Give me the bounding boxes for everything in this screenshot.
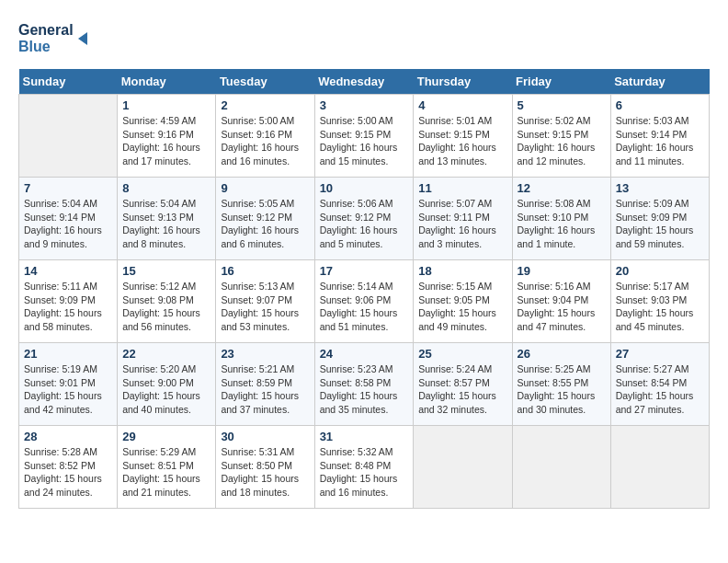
- calendar-week: 28Sunrise: 5:28 AM Sunset: 8:52 PM Dayli…: [19, 426, 710, 509]
- calendar-cell: 4Sunrise: 5:01 AM Sunset: 9:15 PM Daylig…: [414, 95, 512, 178]
- day-info: Sunrise: 5:28 AM Sunset: 8:52 PM Dayligh…: [24, 445, 112, 500]
- svg-marker-2: [78, 32, 87, 45]
- day-info: Sunrise: 5:29 AM Sunset: 8:51 PM Dayligh…: [122, 445, 210, 500]
- calendar-cell: 12Sunrise: 5:08 AM Sunset: 9:10 PM Dayli…: [512, 178, 610, 260]
- logo: GeneralBlue: [18, 18, 92, 60]
- day-number: 1: [122, 98, 210, 112]
- calendar-cell: 21Sunrise: 5:19 AM Sunset: 9:01 PM Dayli…: [19, 343, 118, 426]
- calendar-cell: [610, 426, 709, 509]
- day-number: 7: [24, 181, 112, 195]
- day-info: Sunrise: 5:04 AM Sunset: 9:14 PM Dayligh…: [24, 197, 112, 251]
- day-number: 18: [418, 264, 506, 278]
- day-info: Sunrise: 5:24 AM Sunset: 8:57 PM Dayligh…: [418, 362, 506, 417]
- calendar-cell: 2Sunrise: 5:00 AM Sunset: 9:16 PM Daylig…: [216, 95, 314, 178]
- day-number: 26: [518, 347, 606, 361]
- calendar-body: 1Sunrise: 4:59 AM Sunset: 9:16 PM Daylig…: [19, 95, 710, 509]
- calendar-cell: 6Sunrise: 5:03 AM Sunset: 9:14 PM Daylig…: [610, 95, 709, 178]
- calendar-cell: 28Sunrise: 5:28 AM Sunset: 8:52 PM Dayli…: [19, 426, 118, 509]
- calendar-cell: 23Sunrise: 5:21 AM Sunset: 8:59 PM Dayli…: [216, 343, 314, 426]
- calendar-cell: 15Sunrise: 5:12 AM Sunset: 9:08 PM Dayli…: [118, 260, 216, 343]
- day-number: 14: [24, 264, 112, 278]
- calendar-cell: 11Sunrise: 5:07 AM Sunset: 9:11 PM Dayli…: [414, 178, 512, 260]
- day-info: Sunrise: 5:12 AM Sunset: 9:08 PM Dayligh…: [122, 280, 210, 334]
- calendar-cell: 16Sunrise: 5:13 AM Sunset: 9:07 PM Dayli…: [216, 260, 314, 343]
- calendar-cell: 7Sunrise: 5:04 AM Sunset: 9:14 PM Daylig…: [19, 178, 118, 260]
- day-info: Sunrise: 5:17 AM Sunset: 9:03 PM Dayligh…: [616, 280, 704, 334]
- day-number: 4: [418, 98, 506, 112]
- calendar-cell: 17Sunrise: 5:14 AM Sunset: 9:06 PM Dayli…: [314, 260, 414, 343]
- day-number: 8: [122, 181, 210, 195]
- day-number: 10: [320, 181, 409, 195]
- day-number: 20: [616, 264, 704, 278]
- day-info: Sunrise: 5:32 AM Sunset: 8:48 PM Dayligh…: [320, 445, 409, 500]
- day-info: Sunrise: 5:03 AM Sunset: 9:14 PM Dayligh…: [616, 114, 704, 168]
- day-number: 30: [221, 430, 309, 443]
- header-day: Sunday: [19, 69, 118, 95]
- day-number: 31: [320, 430, 409, 443]
- day-info: Sunrise: 5:23 AM Sunset: 8:58 PM Dayligh…: [320, 362, 409, 417]
- day-number: 11: [418, 181, 506, 195]
- day-number: 23: [221, 347, 309, 361]
- header-day: Wednesday: [314, 69, 414, 95]
- svg-text:Blue: Blue: [18, 39, 51, 54]
- calendar-table: SundayMondayTuesdayWednesdayThursdayFrid…: [18, 69, 710, 509]
- day-number: 6: [616, 98, 704, 112]
- calendar-cell: 9Sunrise: 5:05 AM Sunset: 9:12 PM Daylig…: [216, 178, 314, 260]
- day-info: Sunrise: 5:05 AM Sunset: 9:12 PM Dayligh…: [221, 197, 309, 251]
- calendar-cell: [512, 426, 610, 509]
- calendar-cell: 29Sunrise: 5:29 AM Sunset: 8:51 PM Dayli…: [118, 426, 216, 509]
- day-info: Sunrise: 5:11 AM Sunset: 9:09 PM Dayligh…: [24, 280, 112, 334]
- day-info: Sunrise: 5:08 AM Sunset: 9:10 PM Dayligh…: [518, 197, 606, 251]
- day-number: 28: [24, 430, 112, 443]
- day-number: 17: [320, 264, 409, 278]
- calendar-cell: 5Sunrise: 5:02 AM Sunset: 9:15 PM Daylig…: [512, 95, 610, 178]
- header-day: Friday: [512, 69, 610, 95]
- calendar-cell: 13Sunrise: 5:09 AM Sunset: 9:09 PM Dayli…: [610, 178, 709, 260]
- day-number: 25: [418, 347, 506, 361]
- calendar-week: 14Sunrise: 5:11 AM Sunset: 9:09 PM Dayli…: [19, 260, 710, 343]
- day-number: 22: [122, 347, 210, 361]
- calendar-cell: 8Sunrise: 5:04 AM Sunset: 9:13 PM Daylig…: [118, 178, 216, 260]
- calendar-cell: 10Sunrise: 5:06 AM Sunset: 9:12 PM Dayli…: [314, 178, 414, 260]
- calendar-cell: 1Sunrise: 4:59 AM Sunset: 9:16 PM Daylig…: [118, 95, 216, 178]
- day-info: Sunrise: 5:20 AM Sunset: 9:00 PM Dayligh…: [122, 362, 210, 417]
- day-number: 27: [616, 347, 704, 361]
- calendar-cell: 20Sunrise: 5:17 AM Sunset: 9:03 PM Dayli…: [610, 260, 709, 343]
- header-day: Tuesday: [216, 69, 314, 95]
- day-number: 29: [122, 430, 210, 443]
- calendar-cell: 14Sunrise: 5:11 AM Sunset: 9:09 PM Dayli…: [19, 260, 118, 343]
- header: GeneralBlue: [18, 18, 710, 60]
- calendar-week: 1Sunrise: 4:59 AM Sunset: 9:16 PM Daylig…: [19, 95, 710, 178]
- day-info: Sunrise: 5:04 AM Sunset: 9:13 PM Dayligh…: [122, 197, 210, 251]
- day-info: Sunrise: 5:14 AM Sunset: 9:06 PM Dayligh…: [320, 280, 409, 334]
- calendar-cell: 27Sunrise: 5:27 AM Sunset: 8:54 PM Dayli…: [610, 343, 709, 426]
- day-info: Sunrise: 5:00 AM Sunset: 9:15 PM Dayligh…: [320, 114, 409, 168]
- header-day: Monday: [118, 69, 216, 95]
- day-info: Sunrise: 5:19 AM Sunset: 9:01 PM Dayligh…: [24, 362, 112, 417]
- day-number: 12: [518, 181, 606, 195]
- logo-svg: GeneralBlue: [18, 18, 92, 60]
- header-day: Thursday: [414, 69, 512, 95]
- day-number: 21: [24, 347, 112, 361]
- calendar-cell: 18Sunrise: 5:15 AM Sunset: 9:05 PM Dayli…: [414, 260, 512, 343]
- calendar-week: 7Sunrise: 5:04 AM Sunset: 9:14 PM Daylig…: [19, 178, 710, 260]
- day-info: Sunrise: 5:16 AM Sunset: 9:04 PM Dayligh…: [518, 280, 606, 334]
- day-info: Sunrise: 5:09 AM Sunset: 9:09 PM Dayligh…: [616, 197, 704, 251]
- day-info: Sunrise: 5:27 AM Sunset: 8:54 PM Dayligh…: [616, 362, 704, 417]
- day-info: Sunrise: 5:06 AM Sunset: 9:12 PM Dayligh…: [320, 197, 409, 251]
- calendar-week: 21Sunrise: 5:19 AM Sunset: 9:01 PM Dayli…: [19, 343, 710, 426]
- day-number: 15: [122, 264, 210, 278]
- day-number: 16: [221, 264, 309, 278]
- calendar-cell: 25Sunrise: 5:24 AM Sunset: 8:57 PM Dayli…: [414, 343, 512, 426]
- day-number: 3: [320, 98, 409, 112]
- day-number: 13: [616, 181, 704, 195]
- day-number: 5: [518, 98, 606, 112]
- day-number: 9: [221, 181, 309, 195]
- day-info: Sunrise: 5:02 AM Sunset: 9:15 PM Dayligh…: [518, 114, 606, 168]
- header-day: Saturday: [610, 69, 709, 95]
- calendar-cell: 3Sunrise: 5:00 AM Sunset: 9:15 PM Daylig…: [314, 95, 414, 178]
- day-info: Sunrise: 5:31 AM Sunset: 8:50 PM Dayligh…: [221, 445, 309, 500]
- day-info: Sunrise: 5:15 AM Sunset: 9:05 PM Dayligh…: [418, 280, 506, 334]
- header-row: SundayMondayTuesdayWednesdayThursdayFrid…: [19, 69, 710, 95]
- day-info: Sunrise: 5:25 AM Sunset: 8:55 PM Dayligh…: [518, 362, 606, 417]
